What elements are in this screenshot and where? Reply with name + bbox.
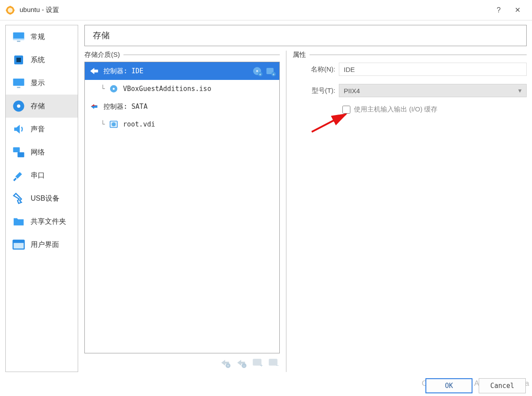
svg-point-30 [111,122,115,126]
sidebar-item-label: 系统 [31,55,45,65]
sidebar-item-serial[interactable]: 串口 [6,164,78,187]
storage-column: 存储介质(S) 控制器: IDE + + └ [84,51,280,372]
sidebar-item-network[interactable]: 网络 [6,141,78,164]
attachment-label: VBoxGuestAdditions.iso [123,85,211,93]
add-attachment-button[interactable]: + [251,357,263,368]
chevron-down-icon: ▾ [518,87,522,95]
svg-point-5 [6,9,8,11]
usb-icon [12,192,25,205]
tree-toolbar: + − + − [84,353,280,372]
controller-label: 控制器: IDE [103,67,143,75]
footer: OK Cancel [425,378,526,393]
content-panel: 存储 存储介质(S) 控制器: IDE + + [84,25,527,372]
svg-text:−: − [243,364,245,368]
sidebar-item-general[interactable]: 常规 [6,25,78,48]
storage-legend: 存储介质(S) [84,51,280,59]
hdd-icon [109,119,119,129]
sidebar-item-display[interactable]: 显示 [6,71,78,95]
controller-sata[interactable]: 控制器: SATA [85,98,279,115]
sidebar-item-label: 显示 [31,79,45,88]
sidebar-item-label: 声音 [31,125,45,134]
content-title: 存储 [84,25,527,46]
app-logo-icon [5,5,15,15]
disk-icon [12,99,25,113]
remove-attachment-button[interactable]: − [267,357,279,368]
svg-point-1 [8,8,13,12]
attrs-legend: 属性 [293,51,527,59]
attributes-column: 属性 名称(N): 型号(T): PIIX4 ▾ 使用主机输入输出 (I/ [293,51,527,372]
svg-point-3 [13,9,15,11]
attachment-hdd[interactable]: └ root.vdi [85,115,279,133]
svg-point-4 [9,13,11,15]
add-hdd-button[interactable]: + [265,66,276,76]
svg-rect-11 [13,79,24,86]
monitor-icon [12,30,25,44]
attachment-label: root.vdi [123,120,155,128]
ok-button[interactable]: OK [425,378,472,393]
svg-point-28 [113,88,115,90]
add-cd-button[interactable]: + [252,66,262,76]
controller-icon [89,102,99,111]
svg-rect-12 [17,87,20,88]
type-select[interactable]: PIIX4 ▾ [339,84,527,97]
sidebar-item-label: 网络 [31,148,45,157]
name-label: 名称(N): [293,65,339,74]
svg-text:+: + [273,72,275,76]
svg-point-21 [256,70,258,72]
display-icon [12,76,25,90]
speaker-icon [12,123,25,136]
controller-icon [89,66,99,76]
storage-legend-label: 存储介质(S) [84,51,120,59]
folder-icon [12,215,25,228]
sidebar-item-label: 存储 [31,102,45,111]
sidebar-item-audio[interactable]: 声音 [6,118,78,141]
controller-ide[interactable]: 控制器: IDE + + [85,62,279,80]
cancel-button[interactable]: Cancel [479,378,526,393]
main-area: 常规 系统 显示 存储 声音 网络 串口 USB设备 [0,20,532,372]
cd-icon [109,84,119,94]
window-title: ubuntu - 设置 [20,6,489,14]
svg-text:+: + [260,363,263,368]
svg-rect-8 [17,41,20,42]
svg-text:+: + [259,72,262,76]
attachment-cd[interactable]: └ VBoxGuestAdditions.iso [85,80,279,98]
sidebar-item-ui[interactable]: 用户界面 [6,233,78,256]
svg-rect-17 [13,178,17,181]
remove-controller-button[interactable]: − [235,357,247,368]
svg-rect-19 [13,240,24,243]
sidebar-item-label: 常规 [31,32,45,42]
add-controller-button[interactable]: + [219,357,231,368]
type-label: 型号(T): [293,87,339,95]
type-value: PIIX4 [344,87,360,95]
svg-point-2 [9,5,11,7]
svg-rect-15 [13,147,20,152]
plug-icon [12,169,25,182]
sidebar-item-label: 共享文件夹 [31,217,66,226]
sidebar-item-label: 用户界面 [31,240,59,249]
chip-icon [12,53,25,67]
name-input[interactable] [339,63,527,76]
attrs-legend-label: 属性 [293,51,306,59]
sidebar-item-label: USB设备 [31,194,60,203]
svg-rect-16 [18,152,24,157]
svg-point-14 [17,104,20,108]
help-button[interactable]: ? [489,6,508,14]
sidebar-item-shared[interactable]: 共享文件夹 [6,210,78,233]
column-divider [286,51,286,372]
window-icon [12,238,25,251]
close-button[interactable]: ✕ [508,6,527,14]
tree-connector: └ [101,120,109,128]
io-cache-label: 使用主机输入输出 (I/O) 缓存 [354,105,437,114]
svg-rect-10 [16,58,21,62]
sidebar-item-storage[interactable]: 存储 [6,95,78,118]
sidebar-item-usb[interactable]: USB设备 [6,187,78,210]
io-cache-checkbox[interactable] [342,106,350,114]
titlebar: ubuntu - 设置 ? ✕ [0,0,532,20]
sidebar-item-label: 串口 [31,171,45,180]
svg-text:+: + [227,364,229,368]
network-icon [12,146,25,159]
storage-tree: 控制器: IDE + + └ VBoxGuestAdditions.iso 控制 [84,62,280,353]
sidebar: 常规 系统 显示 存储 声音 网络 串口 USB设备 [5,25,78,372]
controller-label: 控制器: SATA [103,103,147,111]
sidebar-item-system[interactable]: 系统 [6,48,78,71]
